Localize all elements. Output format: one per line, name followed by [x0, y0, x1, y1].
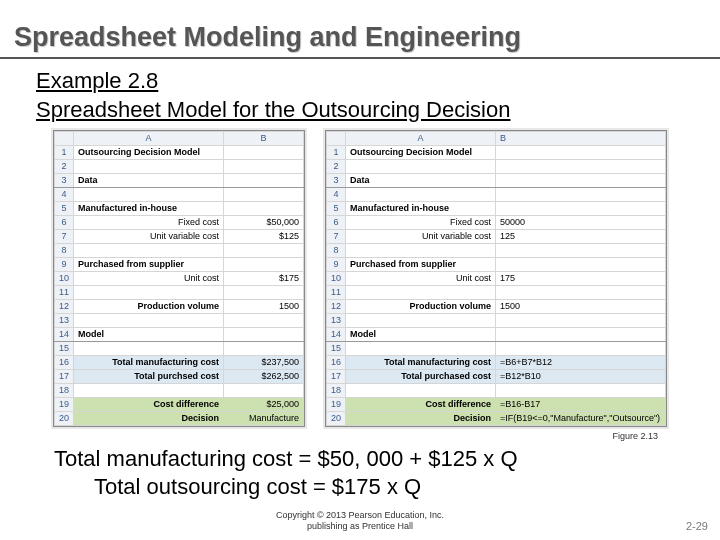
cell: Outsourcing Decision Model	[74, 146, 224, 160]
cell: =B16-B17	[496, 398, 666, 412]
cell: 125	[496, 230, 666, 244]
cell: $125	[224, 230, 304, 244]
page-number: 2-29	[686, 520, 708, 532]
cell: Purchased from supplier	[346, 258, 496, 272]
title-bar: Spreadsheet Modeling and Engineering	[0, 0, 720, 59]
spreadsheet-values: A B 1Outsourcing Decision Model 2 3Data …	[53, 130, 305, 427]
copyright: Copyright © 2013 Pearson Education, Inc.…	[276, 510, 444, 532]
cell: Cost difference	[346, 398, 496, 412]
col-header-b: B	[224, 132, 304, 146]
cell: Manufacture	[224, 412, 304, 426]
cell: 175	[496, 272, 666, 286]
cell: Total manufacturing cost	[74, 356, 224, 370]
cell: 1500	[224, 300, 304, 314]
cell: Unit cost	[74, 272, 224, 286]
cell: Unit cost	[346, 272, 496, 286]
spreadsheet-container: A B 1Outsourcing Decision Model 2 3Data …	[0, 130, 720, 429]
cell: Manufactured in-house	[74, 202, 224, 216]
corner-cell	[54, 132, 73, 146]
cell: Data	[346, 174, 496, 188]
cell: Model	[346, 328, 496, 342]
figure-label: Figure 2.13	[0, 429, 720, 441]
copyright-line1: Copyright © 2013 Pearson Education, Inc.	[276, 510, 444, 521]
corner-cell	[327, 132, 346, 146]
cell: $25,000	[224, 398, 304, 412]
example-number: Example 2.8	[36, 67, 684, 96]
subtitle-block: Example 2.8 Spreadsheet Model for the Ou…	[0, 59, 720, 130]
formula-block: Total manufacturing cost = $50, 000 + $1…	[0, 441, 720, 500]
cell: Purchased from supplier	[74, 258, 224, 272]
cell: 1500	[496, 300, 666, 314]
cell: =B6+B7*B12	[496, 356, 666, 370]
formula-outsourcing: Total outsourcing cost = $175 x Q	[36, 473, 684, 501]
cell: Decision	[346, 412, 496, 426]
column-header-row: A B	[327, 132, 666, 146]
cell: Production volume	[346, 300, 496, 314]
col-header-a: A	[346, 132, 496, 146]
cell: Unit variable cost	[74, 230, 224, 244]
cell: =B12*B10	[496, 370, 666, 384]
cell: Total purchased cost	[346, 370, 496, 384]
page-title: Spreadsheet Modeling and Engineering	[14, 22, 706, 53]
cell: Total manufacturing cost	[346, 356, 496, 370]
example-title: Spreadsheet Model for the Outsourcing De…	[36, 96, 684, 125]
col-header-a: A	[74, 132, 224, 146]
cell: =IF(B19<=0,"Manufacture","Outsource")	[496, 412, 666, 426]
col-header-b: B	[496, 132, 666, 146]
cell: Fixed cost	[346, 216, 496, 230]
cell: $262,500	[224, 370, 304, 384]
cell: Production volume	[74, 300, 224, 314]
cell: Total purchsed cost	[74, 370, 224, 384]
cell: 50000	[496, 216, 666, 230]
cell: Decision	[74, 412, 224, 426]
cell: Outsourcing Decision Model	[346, 146, 496, 160]
cell: Fixed cost	[74, 216, 224, 230]
column-header-row: A B	[54, 132, 303, 146]
cell: Cost difference	[74, 398, 224, 412]
cell: $50,000	[224, 216, 304, 230]
cell: Manufactured in-house	[346, 202, 496, 216]
cell: Data	[74, 174, 224, 188]
cell: Unit variable cost	[346, 230, 496, 244]
spreadsheet-formulas: A B 1Outsourcing Decision Model 2 3Data …	[325, 130, 667, 427]
cell: $175	[224, 272, 304, 286]
copyright-line2: publishing as Prentice Hall	[276, 521, 444, 532]
formula-manufacturing: Total manufacturing cost = $50, 000 + $1…	[36, 445, 684, 473]
cell: $237,500	[224, 356, 304, 370]
cell: Model	[74, 328, 224, 342]
